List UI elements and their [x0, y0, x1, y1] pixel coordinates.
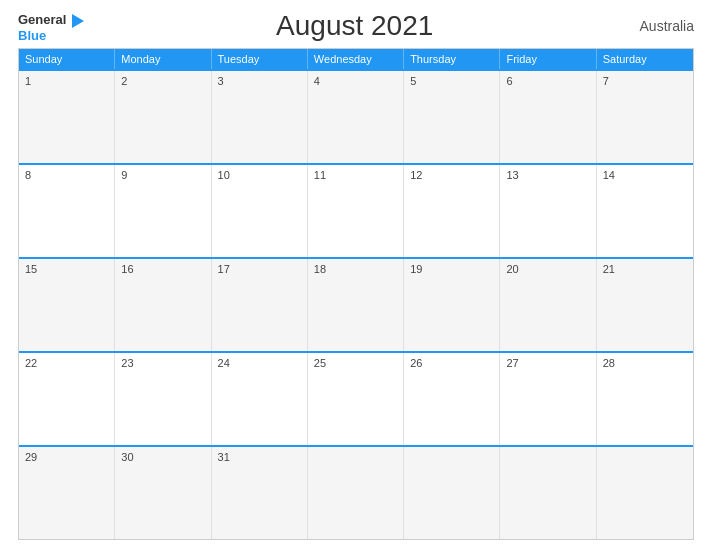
day-header-monday: Monday	[115, 49, 211, 69]
day-header-wednesday: Wednesday	[308, 49, 404, 69]
day-cell: 21	[597, 259, 693, 351]
day-cell: 13	[500, 165, 596, 257]
day-cell	[404, 447, 500, 539]
header: General Blue August 2021 Australia	[18, 10, 694, 42]
svg-marker-0	[72, 14, 84, 28]
day-cell: 14	[597, 165, 693, 257]
day-number: 10	[218, 169, 230, 181]
day-number: 12	[410, 169, 422, 181]
day-number: 3	[218, 75, 224, 87]
day-cell: 12	[404, 165, 500, 257]
week-row-2: 891011121314	[19, 163, 693, 257]
day-cell: 23	[115, 353, 211, 445]
day-number: 26	[410, 357, 422, 369]
day-number: 23	[121, 357, 133, 369]
day-number: 11	[314, 169, 326, 181]
week-row-3: 15161718192021	[19, 257, 693, 351]
country-label: Australia	[624, 18, 694, 34]
day-cell: 17	[212, 259, 308, 351]
day-header-friday: Friday	[500, 49, 596, 69]
day-cell: 18	[308, 259, 404, 351]
day-number: 17	[218, 263, 230, 275]
day-number: 21	[603, 263, 615, 275]
day-number: 27	[506, 357, 518, 369]
day-cell: 5	[404, 71, 500, 163]
day-cell: 10	[212, 165, 308, 257]
day-number: 20	[506, 263, 518, 275]
day-number: 31	[218, 451, 230, 463]
day-number: 22	[25, 357, 37, 369]
day-number: 18	[314, 263, 326, 275]
day-cell: 25	[308, 353, 404, 445]
day-cell: 3	[212, 71, 308, 163]
day-cell: 8	[19, 165, 115, 257]
calendar-title: August 2021	[85, 10, 624, 42]
day-headers-row: SundayMondayTuesdayWednesdayThursdayFrid…	[19, 49, 693, 69]
logo: General Blue	[18, 11, 85, 42]
weeks-container: 1234567891011121314151617181920212223242…	[19, 69, 693, 539]
day-number: 6	[506, 75, 512, 87]
week-row-1: 1234567	[19, 69, 693, 163]
calendar: SundayMondayTuesdayWednesdayThursdayFrid…	[18, 48, 694, 540]
day-cell: 28	[597, 353, 693, 445]
day-number: 24	[218, 357, 230, 369]
day-cell: 31	[212, 447, 308, 539]
day-header-sunday: Sunday	[19, 49, 115, 69]
day-cell: 24	[212, 353, 308, 445]
day-cell: 7	[597, 71, 693, 163]
day-number: 30	[121, 451, 133, 463]
day-cell: 6	[500, 71, 596, 163]
day-cell: 27	[500, 353, 596, 445]
day-header-thursday: Thursday	[404, 49, 500, 69]
day-cell: 26	[404, 353, 500, 445]
day-number: 7	[603, 75, 609, 87]
day-number: 29	[25, 451, 37, 463]
day-number: 28	[603, 357, 615, 369]
day-number: 1	[25, 75, 31, 87]
day-cell: 11	[308, 165, 404, 257]
week-row-5: 293031	[19, 445, 693, 539]
day-number: 14	[603, 169, 615, 181]
day-cell: 1	[19, 71, 115, 163]
day-cell: 15	[19, 259, 115, 351]
day-cell: 2	[115, 71, 211, 163]
day-cell: 29	[19, 447, 115, 539]
day-cell	[597, 447, 693, 539]
day-cell: 16	[115, 259, 211, 351]
day-number: 25	[314, 357, 326, 369]
day-number: 19	[410, 263, 422, 275]
day-cell: 19	[404, 259, 500, 351]
week-row-4: 22232425262728	[19, 351, 693, 445]
day-cell	[308, 447, 404, 539]
day-cell: 20	[500, 259, 596, 351]
logo-triangle-icon	[67, 11, 85, 29]
day-number: 8	[25, 169, 31, 181]
logo-blue-text: Blue	[18, 29, 46, 42]
day-cell: 4	[308, 71, 404, 163]
logo-general-text: General	[18, 13, 66, 26]
day-number: 9	[121, 169, 127, 181]
day-cell: 22	[19, 353, 115, 445]
day-number: 16	[121, 263, 133, 275]
day-header-tuesday: Tuesday	[212, 49, 308, 69]
day-cell: 9	[115, 165, 211, 257]
day-number: 15	[25, 263, 37, 275]
day-number: 5	[410, 75, 416, 87]
day-number: 13	[506, 169, 518, 181]
day-cell	[500, 447, 596, 539]
page: General Blue August 2021 Australia Sunda…	[0, 0, 712, 550]
day-header-saturday: Saturday	[597, 49, 693, 69]
day-number: 2	[121, 75, 127, 87]
day-number: 4	[314, 75, 320, 87]
day-cell: 30	[115, 447, 211, 539]
